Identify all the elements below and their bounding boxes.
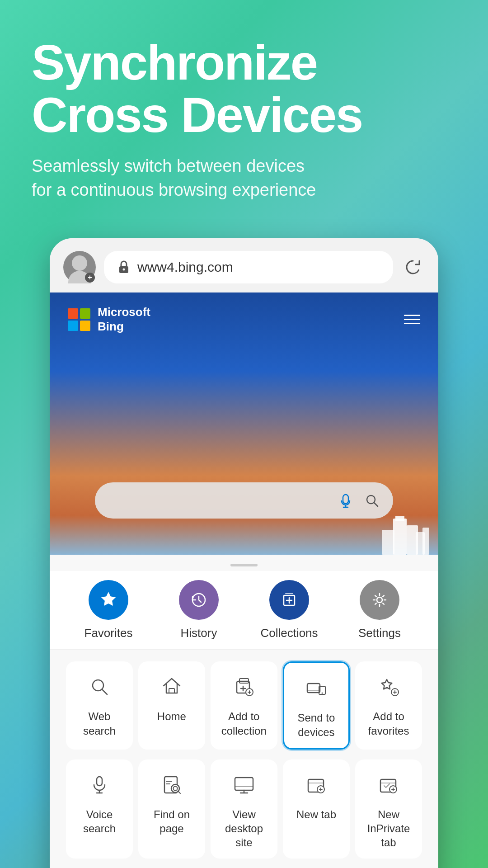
send-devices-icon [300, 672, 333, 704]
svg-rect-6 [393, 519, 407, 555]
svg-rect-17 [169, 689, 174, 693]
add-collection-icon [228, 670, 260, 703]
new-tab-icon [300, 769, 333, 801]
grid-actions: Websearch Home [50, 650, 438, 868]
menu-line [404, 323, 420, 324]
lock-icon [117, 260, 131, 274]
desktop-site-label: Viewdesktopsite [225, 807, 263, 850]
grid-row-1: Websearch Home [63, 659, 425, 752]
web-search-icon [83, 670, 116, 703]
square-green [80, 308, 90, 319]
browser-mockup: + www4.bing.com [50, 238, 438, 868]
find-page-label: Find onpage [154, 807, 190, 835]
quick-action-history[interactable]: History [167, 580, 230, 640]
add-collection-label: Add tocollection [221, 709, 267, 737]
menu-line [404, 319, 420, 320]
svg-rect-9 [382, 530, 394, 555]
square-red [68, 308, 78, 319]
grid-item-web-search[interactable]: Websearch [66, 661, 133, 749]
svg-rect-34 [235, 778, 253, 790]
svg-point-14 [377, 597, 382, 603]
url-text: www4.bing.com [137, 259, 380, 275]
sheet-handle [50, 555, 438, 571]
hero-section: SynchronizeCross Devices Seamlessly swit… [0, 0, 488, 220]
voice-search-label: Voicesearch [83, 807, 116, 835]
inprivate-icon [372, 769, 405, 801]
find-page-icon [155, 769, 188, 801]
svg-point-24 [321, 693, 323, 694]
desktop-site-icon [228, 769, 260, 801]
hero-subtitle: Seamlessly switch between devicesfor a c… [32, 154, 456, 202]
svg-rect-11 [422, 528, 429, 555]
collections-label: Collections [260, 626, 318, 640]
skyline-decoration [312, 500, 438, 555]
grid-item-voice-search[interactable]: Voicesearch [66, 760, 133, 859]
svg-line-31 [178, 791, 181, 793]
new-tab-label: New tab [296, 807, 336, 821]
grid-row-2: Voicesearch Find onpage [63, 757, 425, 862]
grid-item-add-favorites[interactable]: Add tofavorites [355, 661, 422, 749]
settings-label: Settings [358, 626, 401, 640]
quick-action-collections[interactable]: Collections [258, 580, 321, 640]
favorites-label: Favorites [84, 626, 133, 640]
grid-item-add-collection[interactable]: Add tocollection [211, 661, 277, 749]
microsoft-squares [68, 308, 90, 331]
history-label: History [181, 626, 217, 640]
bing-logo-text: MicrosoftBing [98, 305, 150, 333]
quick-action-settings[interactable]: Settings [348, 580, 411, 640]
voice-search-icon [83, 769, 116, 801]
bing-header: MicrosoftBing [50, 292, 438, 346]
drag-handle [230, 564, 258, 566]
send-devices-label: Send todevices [298, 711, 335, 739]
favorites-icon-bg [89, 580, 128, 620]
bing-page: MicrosoftBing [50, 292, 438, 555]
svg-rect-7 [395, 516, 404, 521]
web-search-label: Websearch [83, 709, 116, 737]
bottom-sheet: Favorites History [50, 555, 438, 868]
grid-item-home[interactable]: Home [138, 661, 205, 749]
hamburger-menu-icon[interactable] [404, 315, 420, 324]
svg-line-16 [102, 689, 107, 695]
home-icon [155, 670, 188, 703]
avatar[interactable]: + [63, 251, 96, 283]
history-icon-bg [179, 580, 219, 620]
grid-item-inprivate[interactable]: NewInPrivatetab [355, 760, 422, 859]
reload-button[interactable] [401, 255, 425, 279]
square-blue [68, 321, 78, 331]
home-label: Home [157, 709, 186, 723]
add-favorites-icon [372, 670, 405, 703]
grid-item-new-tab[interactable]: New tab [283, 760, 350, 859]
svg-point-1 [123, 269, 125, 271]
collections-icon-bg [269, 580, 309, 620]
avatar-plus-icon: + [85, 273, 95, 283]
square-yellow [80, 321, 90, 331]
grid-item-desktop-site[interactable]: Viewdesktopsite [211, 760, 277, 859]
quick-action-favorites[interactable]: Favorites [77, 580, 140, 640]
grid-item-send-devices[interactable]: Send todevices [283, 661, 350, 749]
browser-toolbar: + www4.bing.com [50, 238, 438, 292]
settings-icon-bg [360, 580, 399, 620]
address-bar[interactable]: www4.bing.com [104, 251, 393, 283]
menu-line [404, 315, 420, 316]
hero-title: SynchronizeCross Devices [32, 36, 456, 141]
add-favorites-label: Add tofavorites [368, 709, 409, 737]
bing-logo: MicrosoftBing [68, 305, 150, 333]
quick-actions-row: Favorites History [50, 571, 438, 650]
grid-item-find-page[interactable]: Find onpage [138, 760, 205, 859]
inprivate-label: NewInPrivatetab [367, 807, 410, 850]
